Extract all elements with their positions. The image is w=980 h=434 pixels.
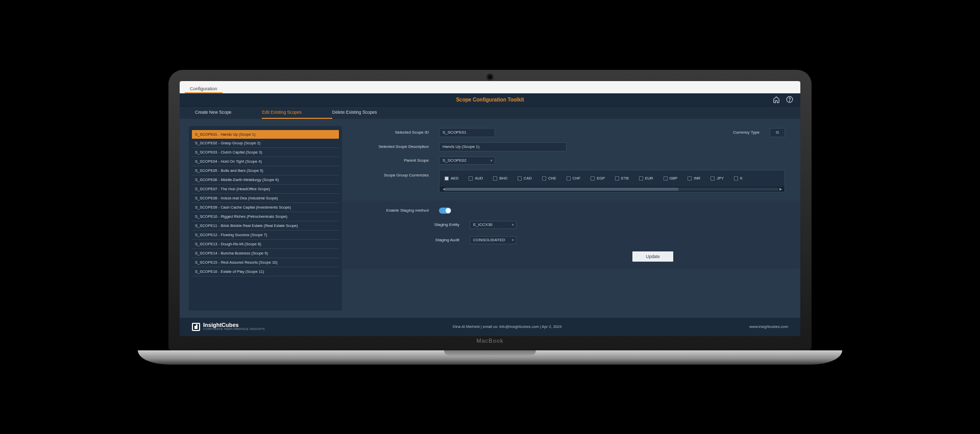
toggle-enable-staging[interactable] xyxy=(439,208,451,214)
scope-row[interactable]: S_SCOPE04 - Hold On Tight (Scope 4) xyxy=(192,157,339,166)
label-parent-scope: Parent Scope xyxy=(357,158,429,163)
scope-row[interactable]: S_SCOPE11 - Brick Brickle Real Estate (R… xyxy=(192,221,339,231)
currency-checkbox[interactable]: K xyxy=(734,176,743,181)
workarea: S_SCOPE01 - Hands Up (Scope 1)S_SCOPE02 … xyxy=(180,119,800,318)
top-tabbar: Configuration xyxy=(180,81,800,93)
currencies-panel: AEDAUDBHDCADCHECHFEGPETBEURGBPINRJPYK ◀ … xyxy=(439,170,785,192)
label-enable-staging: Enable Staging method xyxy=(357,208,429,213)
action-create-scope[interactable]: Create New Scope xyxy=(195,107,262,119)
scope-row[interactable]: S_SCOPE01 - Hands Up (Scope 1) xyxy=(192,130,339,139)
label-currency-type: Currency Type xyxy=(733,130,760,135)
edit-form: Selected Scope ID Currency Type G Select… xyxy=(342,119,800,318)
home-icon[interactable] xyxy=(773,96,780,103)
scope-row[interactable]: S_SCOPE07 - The Hub (HeadOffice Scope) xyxy=(192,185,339,194)
input-selected-desc[interactable] xyxy=(439,142,567,151)
currency-checkbox[interactable]: GBP xyxy=(664,176,678,181)
footer: InsightCubes Corporate Performance Insig… xyxy=(180,318,800,336)
camera-dot xyxy=(488,75,492,79)
brand-logo: InsightCubes Corporate Performance Insig… xyxy=(192,322,265,331)
brand-tagline: Corporate Performance Insights xyxy=(203,328,265,331)
currency-checkbox[interactable]: BHD xyxy=(493,176,507,181)
scope-row[interactable]: S_SCOPE15 - Rest Assured Resorts (Scope … xyxy=(192,258,339,267)
scope-row[interactable]: S_SCOPE03 - Clutch Capital (Scope 3) xyxy=(192,148,339,157)
scope-row[interactable]: S_SCOPE10 - Rigged Riches (Petrochemical… xyxy=(192,212,339,221)
footer-url[interactable]: www.insightcubes.com xyxy=(749,324,788,329)
help-icon[interactable] xyxy=(786,96,793,103)
update-button[interactable]: Update xyxy=(632,251,673,262)
currency-checkbox[interactable]: AED xyxy=(445,176,458,181)
scope-list: S_SCOPE01 - Hands Up (Scope 1)S_SCOPE02 … xyxy=(189,126,342,311)
label-selected-id: Selected Scope ID xyxy=(357,130,429,135)
device-brand: MacBook xyxy=(477,338,504,344)
app-screen: Configuration Scope Configuration Toolki… xyxy=(180,81,800,336)
page-title: Scope Configuration Toolkit xyxy=(456,97,524,103)
currency-checkbox[interactable]: ETB xyxy=(615,176,629,181)
currency-checkbox[interactable]: AUD xyxy=(469,176,483,181)
screen-bezel: Configuration Scope Configuration Toolki… xyxy=(168,70,812,350)
scroll-left-icon[interactable]: ◀ xyxy=(442,187,446,191)
scope-row[interactable]: S_SCOPE13 - Dough-Re-Mi (Scope 8) xyxy=(192,240,339,249)
currency-checkbox[interactable]: CHE xyxy=(542,176,556,181)
titlebar: Scope Configuration Toolkit xyxy=(180,93,800,107)
scroll-right-icon[interactable]: ▶ xyxy=(778,187,782,191)
currency-checkbox[interactable]: CAD xyxy=(518,176,532,181)
select-parent-scope[interactable]: S_SCOPE02 xyxy=(439,157,495,165)
currency-checkbox[interactable]: EGP xyxy=(591,176,605,181)
action-bar: Create New Scope Edit Existing Scopes De… xyxy=(180,107,800,119)
scope-row[interactable]: S_SCOPE06 - Middle-Earth Metallurgy (Sco… xyxy=(192,175,339,185)
laptop-base xyxy=(138,350,842,365)
label-group-currencies: Scope Group Currencies xyxy=(357,170,429,177)
label-staging-entity: Staging Entity xyxy=(419,222,459,227)
currencies-scrollbar[interactable]: ◀ ▶ xyxy=(439,187,785,192)
currency-checkbox[interactable]: JPY xyxy=(710,176,724,181)
action-delete-scopes[interactable]: Delete Existing Scopes xyxy=(332,107,407,119)
currency-type-box[interactable]: G xyxy=(770,128,785,137)
staging-section: Enable Staging method Staging Entity E_I… xyxy=(342,200,800,269)
input-selected-id[interactable] xyxy=(439,128,495,137)
logo-mark-icon xyxy=(192,323,200,331)
footer-center-text: Dina Al Merhebi | email us: info@insight… xyxy=(453,324,561,329)
label-staging-audit: Staging Audit xyxy=(419,238,459,242)
currency-checkbox[interactable]: INR xyxy=(688,176,700,181)
scope-row[interactable]: S_SCOPE08 - Indust-real Dea (Industrial … xyxy=(192,194,339,203)
scope-row[interactable]: S_SCOPE09 - Cash Cache Capital (Investme… xyxy=(192,203,339,212)
laptop-frame: Configuration Scope Configuration Toolki… xyxy=(168,70,812,365)
action-edit-scopes[interactable]: Edit Existing Scopes xyxy=(262,107,332,119)
label-selected-desc: Selected Scope Description xyxy=(357,144,429,149)
scope-row[interactable]: S_SCOPE12 - Flowing Success (Scope 7) xyxy=(192,231,339,240)
select-staging-audit[interactable]: CONSOLIDATED xyxy=(470,236,517,244)
scope-row[interactable]: S_SCOPE14 - Buncha Business (Scope 9) xyxy=(192,249,339,258)
tab-configuration[interactable]: Configuration xyxy=(185,84,223,93)
select-staging-entity[interactable]: E_ICCX30 xyxy=(470,221,517,229)
scope-row[interactable]: S_SCOPE05 - Bolts and Bars (Scope 5) xyxy=(192,166,339,175)
scope-row[interactable]: S_SCOPE16 - Estate of Play (Scope 11) xyxy=(192,267,339,276)
currency-checkbox[interactable]: EUR xyxy=(639,176,653,181)
currency-checkbox[interactable]: CHF xyxy=(567,176,580,181)
scope-row[interactable]: S_SCOPE02 - Grasp Group (Scope 2) xyxy=(192,139,339,148)
svg-point-1 xyxy=(790,100,790,101)
